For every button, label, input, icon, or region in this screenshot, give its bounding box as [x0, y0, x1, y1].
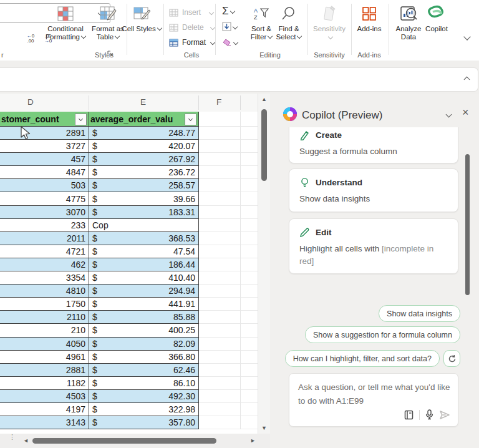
sensitivity-button[interactable]: Sensitivity — [311, 3, 348, 49]
scroll-down-icon[interactable]: ▼ — [258, 424, 270, 432]
cell-average-order-value[interactable]: $258.57 — [89, 179, 199, 192]
header-cell-average-order-value[interactable]: average_order_valu — [89, 112, 199, 127]
conditional-formatting-button[interactable]: Conditional Formatting — [46, 3, 85, 49]
cell-average-order-value[interactable]: $183.31 — [89, 206, 199, 219]
chip-formula-column-suggestion[interactable]: Show a suggestion for a formula column — [305, 326, 460, 343]
copilot-ribbon-button[interactable]: Copilot — [422, 3, 452, 49]
analyze-data-button[interactable]: Analyze Data — [392, 3, 425, 49]
horizontal-scrollbar-thumb[interactable] — [32, 438, 216, 444]
vertical-scrollbar[interactable]: ▲ ▼ — [258, 94, 270, 434]
cell-g-empty[interactable] — [241, 364, 258, 377]
cell-average-order-value[interactable]: $322.98 — [89, 403, 199, 416]
cell-g-empty[interactable] — [241, 219, 258, 232]
cell-g-empty[interactable] — [241, 127, 258, 140]
prompt-guide-icon[interactable] — [404, 410, 414, 420]
header-cell-g-empty[interactable] — [241, 112, 258, 127]
cell-g-empty[interactable] — [241, 179, 258, 192]
cell-average-order-value[interactable]: $357.80 — [89, 416, 199, 429]
cell-g-empty[interactable] — [241, 377, 258, 390]
cell-customer-count[interactable]: 4810 — [0, 285, 89, 298]
cell-styles-button[interactable]: Cell Styles — [122, 3, 162, 49]
cell-average-order-value[interactable]: $39.66 — [89, 192, 199, 205]
cell-customer-count[interactable]: 4050 — [0, 338, 89, 351]
cell-average-order-value[interactable]: $492.30 — [89, 390, 199, 403]
cell-average-order-value[interactable]: Cop — [89, 219, 199, 232]
cell-g-empty[interactable] — [241, 271, 258, 285]
cell-f-empty[interactable] — [199, 324, 241, 337]
cell-average-order-value[interactable]: $85.88 — [89, 311, 199, 324]
cell-customer-count[interactable]: 3727 — [0, 140, 89, 153]
insert-button[interactable]: Insert — [168, 6, 213, 19]
cell-customer-count[interactable]: 3143 — [0, 416, 89, 429]
cell-g-empty[interactable] — [241, 153, 258, 166]
cell-f-empty[interactable] — [199, 351, 241, 364]
horizontal-scrollbar[interactable]: ⋮ ◄ ► — [0, 434, 270, 448]
cell-f-empty[interactable] — [199, 403, 241, 416]
cell-f-empty[interactable] — [199, 377, 241, 390]
panel-scrollbar-thumb[interactable] — [465, 154, 470, 295]
cell-average-order-value[interactable]: $400.25 — [89, 324, 199, 337]
cell-customer-count[interactable]: 3070 — [0, 206, 89, 219]
column-header-f[interactable]: F — [216, 97, 221, 107]
cell-f-empty[interactable] — [199, 219, 241, 232]
sort-filter-button[interactable]: AZ Sort & Filter — [247, 3, 276, 49]
column-header-e[interactable]: E — [140, 97, 146, 107]
sheet-tab-split-handle[interactable]: ⋮ — [9, 436, 16, 439]
cell-f-empty[interactable] — [199, 127, 241, 140]
send-icon[interactable] — [439, 410, 450, 420]
cell-customer-count[interactable]: 2881 — [0, 364, 89, 377]
cell-average-order-value[interactable]: $410.40 — [89, 271, 199, 285]
increase-decimal-button[interactable]: ←0.00 — [22, 31, 39, 47]
cell-average-order-value[interactable]: $248.77 — [89, 127, 199, 140]
cell-g-empty[interactable] — [241, 416, 258, 429]
cell-g-empty[interactable] — [241, 258, 258, 271]
suggestion-card-understand[interactable]: Understand Show data insights — [289, 168, 458, 212]
cell-customer-count[interactable]: 2011 — [0, 232, 89, 245]
chip-show-data-insights[interactable]: Show data insights — [379, 305, 460, 322]
cell-g-empty[interactable] — [241, 311, 258, 324]
find-select-button[interactable]: Find & Select — [274, 3, 303, 49]
cell-f-empty[interactable] — [199, 153, 241, 166]
cell-g-empty[interactable] — [241, 245, 258, 258]
cell-g-empty[interactable] — [241, 285, 258, 298]
cell-customer-count[interactable]: 462 — [0, 258, 89, 271]
cell-g-empty[interactable] — [241, 140, 258, 153]
cell-g-empty[interactable] — [241, 351, 258, 364]
cell-g-empty[interactable] — [241, 403, 258, 416]
copilot-input[interactable]: Ask a question, or tell me what you'd li… — [298, 381, 452, 408]
cell-customer-count[interactable]: 3354 — [0, 271, 89, 285]
cell-g-empty[interactable] — [241, 324, 258, 337]
cell-f-empty[interactable] — [199, 364, 241, 377]
suggestion-card-create[interactable]: Create Suggest a formula column — [289, 127, 458, 163]
filter-dropdown-button[interactable] — [185, 114, 196, 125]
cell-average-order-value[interactable]: $420.07 — [89, 140, 199, 153]
cell-customer-count[interactable]: 457 — [0, 153, 89, 166]
cell-g-empty[interactable] — [241, 232, 258, 245]
cell-average-order-value[interactable]: $47.54 — [89, 245, 199, 258]
cell-f-empty[interactable] — [199, 311, 241, 324]
cell-g-empty[interactable] — [241, 390, 258, 403]
formula-bar[interactable] — [0, 67, 478, 92]
formula-bar-expand-chevron-icon[interactable] — [464, 77, 470, 83]
cell-average-order-value[interactable]: $86.10 — [89, 377, 199, 390]
cell-customer-count[interactable]: 4847 — [0, 166, 89, 179]
cell-average-order-value[interactable]: $82.09 — [89, 338, 199, 351]
cell-customer-count[interactable]: 4197 — [0, 403, 89, 416]
cell-f-empty[interactable] — [199, 390, 241, 403]
panel-close-icon[interactable]: × — [462, 106, 469, 119]
ribbon-collapse-chevron-icon[interactable] — [463, 33, 470, 40]
cell-average-order-value[interactable]: $368.53 — [89, 232, 199, 245]
cell-customer-count[interactable]: 4775 — [0, 192, 89, 205]
cell-customer-count[interactable]: 1750 — [0, 298, 89, 311]
cell-average-order-value[interactable]: $62.46 — [89, 364, 199, 377]
cell-f-empty[interactable] — [199, 140, 241, 153]
cell-g-empty[interactable] — [241, 338, 258, 351]
cell-f-empty[interactable] — [199, 338, 241, 351]
cell-average-order-value[interactable]: $441.91 — [89, 298, 199, 311]
cell-customer-count[interactable]: 1182 — [0, 377, 89, 390]
add-ins-button[interactable]: Add-ins — [353, 3, 385, 49]
cell-customer-count[interactable]: 4503 — [0, 390, 89, 403]
clear-button[interactable] — [222, 37, 238, 47]
cell-average-order-value[interactable]: $236.72 — [89, 166, 199, 179]
delete-button[interactable]: Delete — [168, 21, 215, 34]
